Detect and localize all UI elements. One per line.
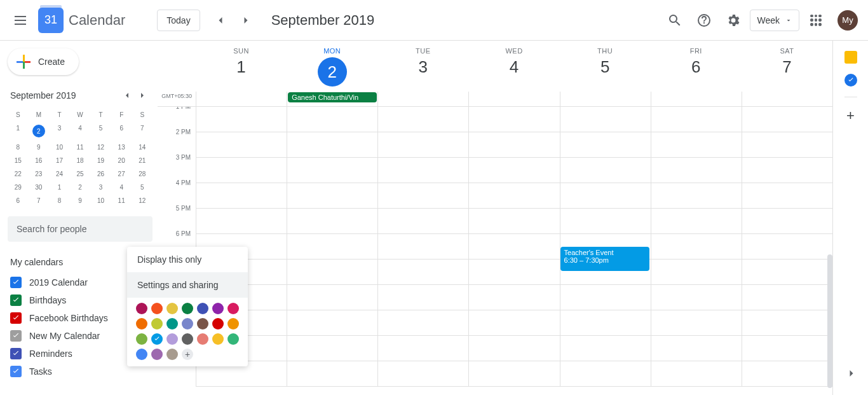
color-option[interactable] — [227, 318, 239, 329]
apps-button[interactable] — [803, 8, 829, 33]
hour-cell[interactable] — [560, 183, 651, 209]
mini-day[interactable]: 21 — [132, 154, 153, 167]
mini-day[interactable]: 1 — [8, 121, 29, 141]
color-option[interactable] — [166, 333, 178, 345]
mini-day[interactable]: 9 — [29, 141, 50, 154]
hour-cell[interactable] — [742, 285, 832, 310]
hour-cell[interactable] — [287, 336, 377, 361]
color-option[interactable] — [136, 303, 147, 314]
hour-cell[interactable] — [651, 158, 742, 183]
mini-day[interactable]: 12 — [132, 194, 153, 207]
hour-cell[interactable]: Teacher's Event6:30 – 7:30pm — [560, 234, 651, 260]
hour-cell[interactable] — [377, 310, 468, 336]
tasks-icon[interactable] — [844, 74, 857, 87]
hour-cell[interactable] — [468, 107, 559, 132]
day-header[interactable]: SAT7 — [742, 41, 832, 92]
hour-cell[interactable] — [468, 260, 559, 285]
hour-cell[interactable] — [377, 234, 468, 260]
mini-day[interactable]: 2 — [29, 121, 50, 141]
color-option[interactable] — [151, 318, 163, 329]
mini-day[interactable]: 17 — [49, 154, 70, 167]
hour-cell[interactable] — [651, 336, 742, 361]
day-number[interactable]: 3 — [377, 57, 468, 77]
hour-cell[interactable] — [560, 260, 651, 285]
color-option[interactable] — [182, 303, 193, 314]
day-header[interactable]: WED4 — [468, 41, 559, 92]
calendar-checkbox[interactable] — [10, 348, 22, 359]
mini-day[interactable]: 8 — [49, 194, 70, 207]
mini-day[interactable]: 23 — [29, 167, 50, 181]
hour-cell[interactable] — [560, 107, 651, 132]
mini-day[interactable]: 11 — [111, 194, 132, 207]
hour-cell[interactable] — [742, 158, 832, 183]
search-people-input[interactable]: Search for people — [8, 216, 153, 242]
mini-day[interactable]: 20 — [111, 154, 132, 167]
hour-cell[interactable] — [742, 336, 832, 361]
color-option[interactable] — [136, 318, 147, 329]
allday-cell[interactable] — [468, 92, 559, 106]
hour-cell[interactable] — [468, 234, 559, 260]
allday-event[interactable]: Ganesh Chaturthi/Vin — [288, 92, 377, 102]
allday-cell[interactable] — [377, 92, 468, 106]
hour-cell[interactable] — [377, 336, 468, 361]
calendar-checkbox[interactable] — [10, 330, 22, 342]
mini-day[interactable]: 15 — [8, 154, 29, 167]
hour-cell[interactable] — [651, 361, 742, 387]
hour-cell[interactable] — [742, 132, 832, 158]
day-number[interactable]: 7 — [742, 57, 832, 77]
day-header[interactable]: MON2 — [287, 41, 377, 92]
calendar-checkbox[interactable] — [10, 295, 22, 306]
hour-cell[interactable] — [742, 310, 832, 336]
hour-cell[interactable] — [651, 209, 742, 234]
mini-day[interactable]: 10 — [49, 141, 70, 154]
keep-icon[interactable] — [844, 51, 857, 64]
mini-day[interactable]: 30 — [29, 181, 50, 194]
allday-cell[interactable] — [196, 92, 287, 106]
day-header[interactable]: SUN1 — [196, 41, 287, 92]
color-option[interactable] — [151, 303, 163, 314]
account-avatar[interactable]: My — [837, 10, 858, 31]
prev-week-button[interactable] — [209, 9, 232, 32]
color-option[interactable] — [227, 333, 239, 345]
mini-day[interactable]: 25 — [70, 167, 91, 181]
color-option[interactable] — [166, 349, 178, 360]
menu-display-only[interactable]: Display this only — [127, 247, 248, 272]
mini-day[interactable]: 7 — [29, 194, 50, 207]
day-header[interactable]: THU5 — [560, 41, 651, 92]
mini-day[interactable]: 6 — [8, 194, 29, 207]
hour-cell[interactable] — [651, 310, 742, 336]
hour-cell[interactable] — [377, 107, 468, 132]
mini-day[interactable]: 10 — [90, 194, 111, 207]
color-option[interactable] — [136, 349, 147, 360]
hour-cell[interactable] — [742, 107, 832, 132]
hour-cell[interactable] — [560, 209, 651, 234]
main-menu-button[interactable] — [5, 5, 36, 36]
hour-cell[interactable] — [287, 361, 377, 387]
mini-day[interactable]: 2 — [70, 181, 91, 194]
allday-cell[interactable] — [560, 92, 651, 106]
hour-cell[interactable] — [742, 361, 832, 387]
mini-day[interactable]: 6 — [111, 121, 132, 141]
hour-cell[interactable] — [742, 209, 832, 234]
color-option[interactable] — [151, 333, 163, 345]
calendar-checkbox[interactable] — [10, 366, 22, 377]
hour-cell[interactable] — [287, 209, 377, 234]
hour-cell[interactable] — [287, 132, 377, 158]
hour-cell[interactable] — [651, 260, 742, 285]
hour-cell[interactable] — [468, 132, 559, 158]
hour-cell[interactable] — [742, 183, 832, 209]
hour-cell[interactable] — [287, 285, 377, 310]
day-number[interactable]: 2 — [287, 57, 377, 87]
mini-calendar[interactable]: SMTWTFS123456789101112131415161718192021… — [8, 108, 153, 207]
hour-cell[interactable] — [651, 107, 742, 132]
calendar-checkbox[interactable] — [10, 312, 22, 324]
hour-cell[interactable] — [287, 260, 377, 285]
hour-cell[interactable] — [742, 260, 832, 285]
hour-cell[interactable] — [560, 361, 651, 387]
mini-day[interactable]: 5 — [132, 181, 153, 194]
mini-day[interactable]: 13 — [111, 141, 132, 154]
mini-day[interactable]: 7 — [132, 121, 153, 141]
search-button[interactable] — [662, 8, 688, 33]
color-option[interactable] — [151, 349, 163, 360]
mini-day[interactable]: 29 — [8, 181, 29, 194]
